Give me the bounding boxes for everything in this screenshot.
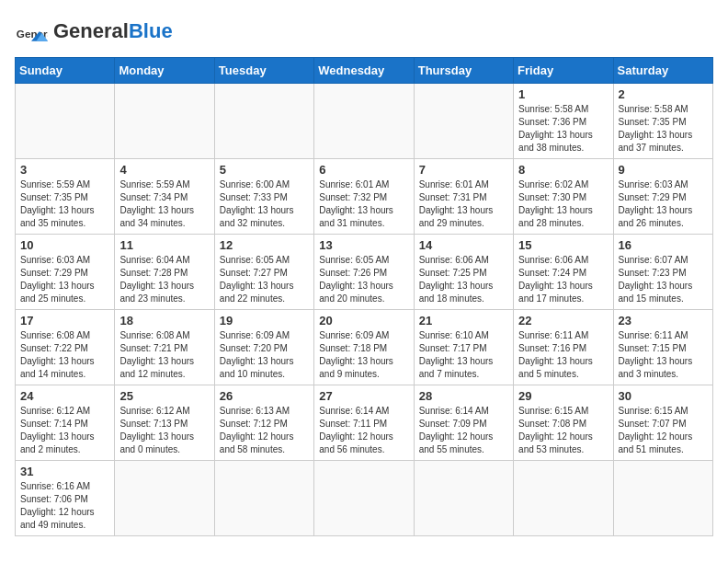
day-of-week-header: Sunday bbox=[16, 58, 115, 84]
day-info: Sunrise: 6:01 AM Sunset: 7:32 PM Dayligh… bbox=[319, 178, 408, 230]
day-number: 18 bbox=[119, 314, 209, 327]
day-info: Sunrise: 6:04 AM Sunset: 7:28 PM Dayligh… bbox=[119, 254, 209, 305]
day-info: Sunrise: 5:59 AM Sunset: 7:34 PM Dayligh… bbox=[119, 178, 209, 230]
calendar-day-cell bbox=[16, 84, 115, 159]
day-info: Sunrise: 6:12 AM Sunset: 7:13 PM Dayligh… bbox=[119, 405, 209, 456]
day-info: Sunrise: 6:11 AM Sunset: 7:15 PM Dayligh… bbox=[619, 329, 708, 381]
calendar-day-cell: 23Sunrise: 6:11 AM Sunset: 7:15 PM Dayli… bbox=[613, 310, 712, 385]
calendar-day-cell: 20Sunrise: 6:09 AM Sunset: 7:18 PM Dayli… bbox=[314, 310, 414, 385]
calendar-day-cell: 1Sunrise: 5:58 AM Sunset: 7:36 PM Daylig… bbox=[514, 84, 613, 159]
calendar-week-row: 31Sunrise: 6:16 AM Sunset: 7:06 PM Dayli… bbox=[16, 461, 713, 536]
calendar-table: SundayMondayTuesdayWednesdayThursdayFrid… bbox=[15, 57, 713, 536]
calendar-day-cell: 28Sunrise: 6:14 AM Sunset: 7:09 PM Dayli… bbox=[414, 385, 513, 461]
calendar-day-cell: 25Sunrise: 6:12 AM Sunset: 7:13 PM Dayli… bbox=[115, 385, 214, 461]
day-info: Sunrise: 5:58 AM Sunset: 7:36 PM Dayligh… bbox=[518, 103, 608, 155]
day-info: Sunrise: 5:58 AM Sunset: 7:35 PM Dayligh… bbox=[619, 103, 708, 155]
day-number: 7 bbox=[419, 163, 508, 177]
day-info: Sunrise: 6:05 AM Sunset: 7:26 PM Dayligh… bbox=[319, 254, 408, 305]
calendar-week-row: 3Sunrise: 5:59 AM Sunset: 7:35 PM Daylig… bbox=[16, 159, 713, 235]
calendar-day-cell bbox=[414, 84, 513, 159]
calendar-day-cell: 17Sunrise: 6:08 AM Sunset: 7:22 PM Dayli… bbox=[16, 310, 115, 385]
calendar-day-cell bbox=[314, 461, 414, 536]
calendar-day-cell bbox=[214, 84, 313, 159]
day-info: Sunrise: 6:14 AM Sunset: 7:09 PM Dayligh… bbox=[419, 405, 508, 456]
calendar-day-cell: 12Sunrise: 6:05 AM Sunset: 7:27 PM Dayli… bbox=[214, 235, 313, 310]
day-info: Sunrise: 6:03 AM Sunset: 7:29 PM Dayligh… bbox=[619, 178, 708, 230]
calendar-day-cell: 22Sunrise: 6:11 AM Sunset: 7:16 PM Dayli… bbox=[514, 310, 613, 385]
day-number: 4 bbox=[119, 163, 209, 177]
day-number: 25 bbox=[119, 389, 209, 403]
calendar-day-cell: 2Sunrise: 5:58 AM Sunset: 7:35 PM Daylig… bbox=[613, 84, 712, 159]
calendar-week-row: 24Sunrise: 6:12 AM Sunset: 7:14 PM Dayli… bbox=[16, 385, 713, 461]
day-info: Sunrise: 6:15 AM Sunset: 7:08 PM Dayligh… bbox=[518, 405, 608, 456]
calendar-day-cell: 4Sunrise: 5:59 AM Sunset: 7:34 PM Daylig… bbox=[115, 159, 214, 235]
day-info: Sunrise: 6:15 AM Sunset: 7:07 PM Dayligh… bbox=[619, 405, 708, 456]
calendar-day-cell bbox=[613, 461, 712, 536]
day-info: Sunrise: 6:13 AM Sunset: 7:12 PM Dayligh… bbox=[220, 405, 309, 456]
calendar-day-cell: 19Sunrise: 6:09 AM Sunset: 7:20 PM Dayli… bbox=[214, 310, 313, 385]
day-number: 2 bbox=[619, 87, 708, 101]
day-of-week-header: Wednesday bbox=[314, 58, 414, 84]
day-number: 30 bbox=[619, 389, 708, 403]
day-info: Sunrise: 6:12 AM Sunset: 7:14 PM Dayligh… bbox=[20, 405, 109, 456]
day-number: 19 bbox=[220, 314, 309, 327]
day-number: 14 bbox=[419, 238, 508, 252]
calendar-day-cell: 29Sunrise: 6:15 AM Sunset: 7:08 PM Dayli… bbox=[514, 385, 613, 461]
day-number: 5 bbox=[220, 163, 309, 177]
day-info: Sunrise: 6:16 AM Sunset: 7:06 PM Dayligh… bbox=[20, 480, 109, 532]
calendar-day-cell bbox=[414, 461, 513, 536]
general-blue-logo-icon: General bbox=[15, 15, 48, 48]
calendar-day-cell bbox=[214, 461, 313, 536]
calendar-week-row: 1Sunrise: 5:58 AM Sunset: 7:36 PM Daylig… bbox=[16, 84, 713, 159]
day-info: Sunrise: 6:11 AM Sunset: 7:16 PM Dayligh… bbox=[518, 329, 608, 381]
logo: General GeneralBlue bbox=[15, 15, 173, 48]
calendar-day-cell: 15Sunrise: 6:06 AM Sunset: 7:24 PM Dayli… bbox=[514, 235, 613, 310]
day-number: 29 bbox=[518, 389, 608, 403]
calendar-day-cell: 3Sunrise: 5:59 AM Sunset: 7:35 PM Daylig… bbox=[16, 159, 115, 235]
day-number: 28 bbox=[419, 389, 508, 403]
day-number: 9 bbox=[619, 163, 708, 177]
calendar-day-cell bbox=[314, 84, 414, 159]
day-number: 3 bbox=[20, 163, 109, 177]
calendar-day-cell: 11Sunrise: 6:04 AM Sunset: 7:28 PM Dayli… bbox=[115, 235, 214, 310]
day-number: 27 bbox=[319, 389, 408, 403]
calendar-week-row: 17Sunrise: 6:08 AM Sunset: 7:22 PM Dayli… bbox=[16, 310, 713, 385]
day-of-week-header: Friday bbox=[514, 58, 613, 84]
calendar-day-cell: 30Sunrise: 6:15 AM Sunset: 7:07 PM Dayli… bbox=[613, 385, 712, 461]
day-number: 23 bbox=[619, 314, 708, 327]
day-info: Sunrise: 6:05 AM Sunset: 7:27 PM Dayligh… bbox=[220, 254, 309, 305]
day-info: Sunrise: 6:06 AM Sunset: 7:24 PM Dayligh… bbox=[518, 254, 608, 305]
day-number: 15 bbox=[518, 238, 608, 252]
day-info: Sunrise: 6:00 AM Sunset: 7:33 PM Dayligh… bbox=[220, 178, 309, 230]
day-info: Sunrise: 6:09 AM Sunset: 7:18 PM Dayligh… bbox=[319, 329, 408, 381]
day-info: Sunrise: 6:06 AM Sunset: 7:25 PM Dayligh… bbox=[419, 254, 508, 305]
day-info: Sunrise: 6:08 AM Sunset: 7:21 PM Dayligh… bbox=[119, 329, 209, 381]
calendar-day-cell: 9Sunrise: 6:03 AM Sunset: 7:29 PM Daylig… bbox=[613, 159, 712, 235]
calendar-week-row: 10Sunrise: 6:03 AM Sunset: 7:29 PM Dayli… bbox=[16, 235, 713, 310]
calendar-day-cell: 21Sunrise: 6:10 AM Sunset: 7:17 PM Dayli… bbox=[414, 310, 513, 385]
day-number: 17 bbox=[20, 314, 109, 327]
calendar-day-cell: 27Sunrise: 6:14 AM Sunset: 7:11 PM Dayli… bbox=[314, 385, 414, 461]
day-of-week-header: Monday bbox=[115, 58, 214, 84]
calendar-day-cell: 14Sunrise: 6:06 AM Sunset: 7:25 PM Dayli… bbox=[414, 235, 513, 310]
day-of-week-header: Tuesday bbox=[214, 58, 313, 84]
calendar-day-cell: 16Sunrise: 6:07 AM Sunset: 7:23 PM Dayli… bbox=[613, 235, 712, 310]
calendar-day-cell bbox=[115, 461, 214, 536]
day-info: Sunrise: 5:59 AM Sunset: 7:35 PM Dayligh… bbox=[20, 178, 109, 230]
calendar-day-cell: 31Sunrise: 6:16 AM Sunset: 7:06 PM Dayli… bbox=[16, 461, 115, 536]
calendar-day-cell: 13Sunrise: 6:05 AM Sunset: 7:26 PM Dayli… bbox=[314, 235, 414, 310]
calendar-day-cell: 26Sunrise: 6:13 AM Sunset: 7:12 PM Dayli… bbox=[214, 385, 313, 461]
day-info: Sunrise: 6:10 AM Sunset: 7:17 PM Dayligh… bbox=[419, 329, 508, 381]
calendar-day-cell bbox=[514, 461, 613, 536]
day-info: Sunrise: 6:03 AM Sunset: 7:29 PM Dayligh… bbox=[20, 254, 109, 305]
day-info: Sunrise: 6:08 AM Sunset: 7:22 PM Dayligh… bbox=[20, 329, 109, 381]
day-info: Sunrise: 6:01 AM Sunset: 7:31 PM Dayligh… bbox=[419, 178, 508, 230]
day-number: 11 bbox=[119, 238, 209, 252]
day-of-week-header: Saturday bbox=[613, 58, 712, 84]
calendar-day-cell: 24Sunrise: 6:12 AM Sunset: 7:14 PM Dayli… bbox=[16, 385, 115, 461]
calendar-day-cell: 8Sunrise: 6:02 AM Sunset: 7:30 PM Daylig… bbox=[514, 159, 613, 235]
calendar-day-cell: 7Sunrise: 6:01 AM Sunset: 7:31 PM Daylig… bbox=[414, 159, 513, 235]
day-number: 16 bbox=[619, 238, 708, 252]
calendar-day-cell bbox=[115, 84, 214, 159]
day-number: 31 bbox=[20, 465, 109, 478]
